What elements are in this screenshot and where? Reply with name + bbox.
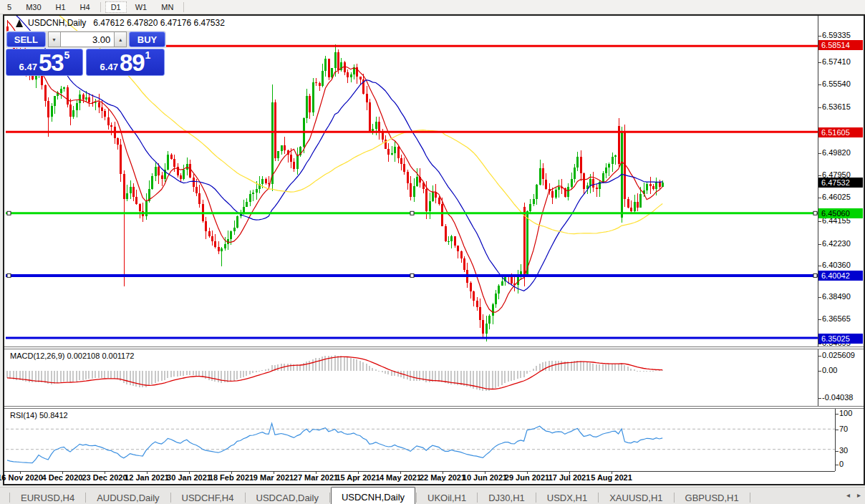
scale-tick [835,414,839,415]
date-label: 29 Jun 2021 [505,473,549,482]
date-label: 17 Jul 2021 [549,473,591,482]
line-handle[interactable] [410,273,414,277]
sell-price-tile[interactable]: 6.47 53 5 [6,49,83,76]
scale-label: 0 [839,460,844,468]
rsi-label: RSI(14) 50.8412 [10,411,68,420]
scale-label: 100 [839,409,852,417]
line-handle[interactable] [410,211,414,215]
tab-scroll-right-icon[interactable]: ▸ [857,491,861,499]
tab-usdchf-h4[interactable]: USDCHF,H4 [172,489,244,504]
scale-label: 6.57410 [822,57,851,66]
timeframe-m30[interactable]: M30 [20,1,47,13]
tab-separator [245,493,246,503]
timeframe-w1[interactable]: W1 [130,1,153,13]
tab-separator [598,493,599,503]
tab-usdcnh-daily[interactable]: USDCNH,Daily [331,487,415,504]
scale-label: 6.38490 [822,292,851,301]
sell-price-main: 53 [39,52,64,74]
date-label: 10 Jun 2021 [463,473,507,482]
scale-label: 6.40360 [822,261,851,269]
price-badge-red: 6.58514 [818,40,863,50]
date-label: 22 May 2021 [420,473,465,482]
timeframe-mn[interactable]: MN [155,1,179,13]
tab-separator [85,493,86,503]
date-label: 27 Mar 2021 [294,473,338,482]
tab-separator [9,493,10,503]
tab-gbpusd-h1[interactable]: GBPUSD,H1 [675,489,749,504]
volume-input[interactable]: 3.00 [61,32,115,47]
scale-tick [818,244,821,245]
scale-tick [818,398,821,399]
date-label: 30 Jan 2021 [167,473,211,482]
tab-separator [477,493,478,503]
tab-dj30-h1[interactable]: DJ30,H1 [478,489,535,504]
buy-price-pip: 1 [145,51,151,59]
scale-tick [818,198,821,198]
price-badge-black: 6.47532 [818,178,863,188]
scale-tick [818,221,821,222]
tab-scroll-left-icon[interactable]: ◂ [846,491,850,499]
tab-separator [674,493,675,503]
chart-title: USDCNH,Daily 6.47612 6.47820 6.47176 6.4… [16,18,225,28]
tab-usdcad-daily[interactable]: USDCAD,Daily [246,489,329,504]
toolbar-separator [183,2,184,12]
line-handle[interactable] [813,211,817,215]
tab-separator [416,493,417,503]
one-click-trading-panel: SELL ▾ 3.00 ▴ BUY 6.47 53 5 6.47 89 1 [6,31,166,76]
tab-xauusd-h1[interactable]: XAUUSD,H1 [599,489,672,504]
date-label: 12 Jan 2021 [125,473,169,482]
price-macd-divider[interactable] [4,346,864,349]
date-label: 18 Feb 2021 [209,473,253,482]
price-badge-blue: 6.40042 [818,271,863,281]
timeframe-5[interactable]: 5 [1,1,17,13]
tab-separator [170,493,171,503]
timeframe-d1[interactable]: D1 [105,1,127,13]
timeframe-h4[interactable]: H4 [74,1,96,13]
price-badge-green: 6.45060 [818,208,863,218]
price-badge-red: 6.51605 [818,127,863,137]
buy-button[interactable]: BUY [129,32,165,47]
rsi-bottom-border [4,471,835,472]
sell-price-pip: 5 [64,51,70,59]
scale-label: 6.36565 [822,314,851,323]
scale-label: 6.55540 [822,79,851,88]
scale-tick [835,430,839,430]
tab-scroll-arrows: ◂ ▸ [846,491,861,499]
scale-label: 70 [839,425,848,433]
scale-tick [818,356,821,357]
scale-label: 0.025609 [822,351,855,359]
tab-audusd-daily[interactable]: AUDUSD,Daily [87,489,169,504]
scale-tick [818,319,821,320]
volume-increase-button[interactable]: ▴ [114,32,127,47]
tab-stub [0,490,9,504]
tab-separator [329,493,330,503]
scale-label: 6.49820 [822,148,851,157]
scale-label: -0.04038 [822,393,853,402]
tab-ukoil-h1[interactable]: UKOil,H1 [417,489,476,504]
date-label: 15 Apr 2021 [336,473,380,482]
tab-usdx-h1[interactable]: USDX,H1 [537,489,597,504]
scale-tick [818,62,821,63]
line-handle[interactable] [813,273,817,277]
scale-tick [818,153,821,154]
line-handle[interactable] [7,273,11,277]
scale-label: 6.53615 [822,102,851,111]
volume-decrease-button[interactable]: ▾ [48,32,61,47]
scale-tick [818,344,821,344]
line-handle[interactable] [7,211,11,215]
tab-eurusd-h4[interactable]: EURUSD,H4 [11,489,84,504]
scale-tick [818,84,821,85]
date-label: 4 Dec 2020 [42,473,83,482]
toolbar-separator [100,2,101,12]
sell-button[interactable]: SELL [6,32,46,47]
tab-separator [536,493,536,503]
trading-terminal: 5M30H1H4D1W1MN USDCNH,Daily 6.47612 6.47… [0,0,865,504]
buy-price-tile[interactable]: 6.47 89 1 [86,49,165,76]
chart-symbol: USDCNH,Daily [28,18,86,28]
sell-price-prefix: 6.47 [19,60,37,74]
scale-label: 6.46025 [822,193,851,201]
rsi-chart-canvas[interactable] [6,409,835,471]
macd-rsi-divider[interactable] [4,406,864,409]
timeframe-h1[interactable]: H1 [50,1,72,13]
scale-label: 0.00 [822,366,837,374]
